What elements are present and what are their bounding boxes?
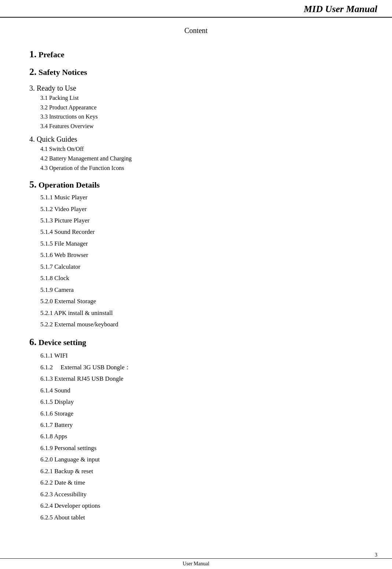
subsection-6-2-5: 6.2.5 About tablet <box>40 512 363 523</box>
subsection-5-1-2: 5.1.2 Video Player <box>40 203 363 215</box>
subsection-6-1-3: 6.1.3 External RJ45 USB Dongle <box>40 373 363 384</box>
subsection-5-1-1: 5.1.1 Music Player <box>40 192 363 203</box>
toc-container: 1. Preface 2. Safety Notices 3. Ready to… <box>0 39 392 532</box>
section-5: 5. Operation Details 5.1.1 Music Player … <box>29 179 363 330</box>
subsection-3-2: 3.2 Product Appearance <box>40 103 363 112</box>
section-6-subsections: 6.1.1 WIFI 6.1.2 External 3G USB Dongle：… <box>40 350 363 523</box>
subsection-5-1-7: 5.1.7 Calculator <box>40 261 363 272</box>
subsection-5-2-1: 5.2.1 APK install & uninstall <box>40 307 363 319</box>
section-6: 6. Device setting 6.1.1 WIFI 6.1.2 Exter… <box>29 337 363 523</box>
section-3: 3. Ready to Use 3.1 Packing List 3.2 Pro… <box>29 84 363 131</box>
subsection-5-1-8: 5.1.8 Clock <box>40 272 363 284</box>
section-1: 1. Preface <box>29 49 363 60</box>
subsection-6-2-1: 6.2.1 Backup & reset <box>40 465 363 477</box>
subsection-6-2-3: 6.2.3 Accessibility <box>40 489 363 500</box>
footer-label: User Manual <box>183 561 209 567</box>
section-4-subsections: 4.1 Switch On/Off 4.2 Battery Management… <box>40 144 363 173</box>
subsection-5-2-2: 5.2.2 External mouse/keyboard <box>40 319 363 330</box>
section-3-label: 3. Ready to Use <box>29 84 363 93</box>
subsection-6-1-5: 6.1.5 Display <box>40 396 363 407</box>
subsection-5-1-5: 5.1.5 File Manager <box>40 238 363 249</box>
subsection-4-1: 4.1 Switch On/Off <box>40 144 363 154</box>
subsection-3-4: 3.4 Features Overview <box>40 122 363 131</box>
subsection-6-1-6: 6.1.6 Storage <box>40 408 363 419</box>
section-6-label: 6. Device setting <box>29 338 86 347</box>
section-5-subsections: 5.1.1 Music Player 5.1.2 Video Player 5.… <box>40 192 363 330</box>
section-3-subsections: 3.1 Packing List 3.2 Product Appearance … <box>40 93 363 131</box>
subsection-6-1-8: 6.1.8 Apps <box>40 431 363 442</box>
subsection-5-1-3: 5.1.3 Picture Player <box>40 215 363 226</box>
subsection-6-1-9: 6.1.9 Personal settings <box>40 442 363 454</box>
subsection-6-1-1: 6.1.1 WIFI <box>40 350 363 361</box>
subsection-6-1-7: 6.1.7 Battery <box>40 419 363 431</box>
section-2-label: 2. Safety Notices <box>29 68 87 77</box>
section-4: 4. Quick Guides 4.1 Switch On/Off 4.2 Ba… <box>29 135 363 173</box>
header: MID User Manual <box>0 0 392 18</box>
subsection-4-3: 4.3 Operation of the Function Icons <box>40 163 363 173</box>
subsection-6-2-0: 6.2.0 Language & input <box>40 454 363 465</box>
subsection-5-1-9: 5.1.9 Camera <box>40 284 363 296</box>
subsection-5-2-0: 5.2.0 External Storage <box>40 296 363 307</box>
subsection-6-2-2: 6.2.2 Date & time <box>40 477 363 488</box>
page-number: 3 <box>375 552 377 558</box>
subsection-6-1-2: 6.1.2 External 3G USB Dongle： <box>40 362 363 373</box>
section-1-label: 1. Preface <box>29 50 64 59</box>
subsection-3-1: 3.1 Packing List <box>40 93 363 103</box>
subsection-5-1-4: 5.1.4 Sound Recorder <box>40 226 363 238</box>
footer: User Manual <box>0 558 392 569</box>
content-title: Content <box>0 26 392 35</box>
section-4-label: 4. Quick Guides <box>29 135 363 144</box>
section-5-label: 5. Operation Details <box>29 180 100 189</box>
subsection-5-1-6: 5.1.6 Web Browser <box>40 249 363 261</box>
header-title: MID User Manual <box>304 4 377 15</box>
subsection-3-3: 3.3 Instructions on Keys <box>40 112 363 122</box>
section-2: 2. Safety Notices <box>29 66 363 77</box>
subsection-6-1-4: 6.1.4 Sound <box>40 385 363 396</box>
subsection-6-2-4: 6.2.4 Developer options <box>40 500 363 511</box>
subsection-4-2: 4.2 Battery Management and Charging <box>40 154 363 163</box>
